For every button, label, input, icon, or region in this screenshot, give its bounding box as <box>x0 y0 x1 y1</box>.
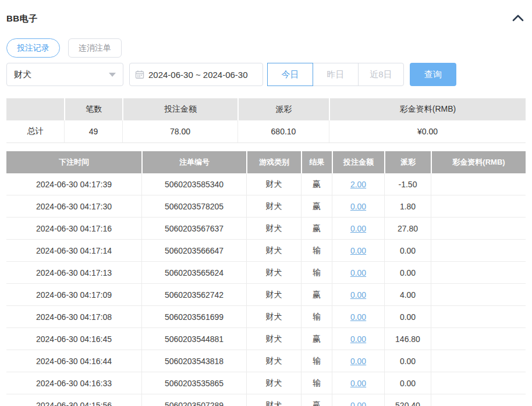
quick-range-button[interactable]: 昨日 <box>313 63 359 86</box>
game-type-cell: 财犬 <box>246 262 301 284</box>
bet-time-cell: 2024-06-30 04:17:16 <box>6 218 141 240</box>
payout-cell: 0.00 <box>384 306 431 328</box>
summary-table: 笔数投注金额派彩彩金资料(RMB) 总计 49 78.00 680.10 ¥0.… <box>6 98 526 143</box>
calendar-icon <box>135 70 144 79</box>
filter-toolbar: 财犬 2024-06-30 ~ 2024-06-30 今日 昨日 近8日 查询 <box>6 63 526 86</box>
payout-cell: 0.00 <box>384 262 431 284</box>
bonus-cell <box>431 262 526 284</box>
order-no-cell: 5060203565624 <box>141 262 246 284</box>
bet-time-cell: 2024-06-30 04:17:13 <box>6 262 141 284</box>
result-cell: 赢 <box>301 218 332 240</box>
bet-time-cell: 2024-06-30 04:17:08 <box>6 306 141 328</box>
bet-amount-link[interactable]: 0.00 <box>350 268 366 277</box>
game-type-cell: 财犬 <box>246 372 301 394</box>
bet-amount-link[interactable]: 0.00 <box>350 202 366 211</box>
table-row: 2024-06-30 04:16:44 5060203543818 财犬 输 0… <box>6 350 526 372</box>
table-row: 2024-06-30 04:17:14 5060203566647 财犬 输 0… <box>6 240 526 262</box>
payout-cell: 146.80 <box>384 328 431 350</box>
bet-time-cell: 2024-06-30 04:16:33 <box>6 372 141 394</box>
chevron-down-icon <box>109 73 116 77</box>
records-header-cell: 结果 <box>301 151 332 173</box>
result-cell: 输 <box>301 372 332 394</box>
game-select-value: 财犬 <box>14 69 31 80</box>
quick-range-button[interactable]: 近8日 <box>358 63 404 86</box>
bet-amount-cell: 0.00 <box>332 284 384 306</box>
payout-cell: 27.80 <box>384 218 431 240</box>
panel-header: BB电子 <box>6 13 526 24</box>
date-range-value: 2024-06-30 ~ 2024-06-30 <box>148 70 248 80</box>
game-type-cell: 财犬 <box>246 195 301 218</box>
table-row: 2024-06-30 04:17:39 5060203585340 财犬 赢 2… <box>6 173 526 195</box>
result-cell: 赢 <box>301 173 332 195</box>
result-cell: 输 <box>301 240 332 262</box>
bet-time-cell: 2024-06-30 04:16:45 <box>6 328 141 350</box>
bonus-cell <box>431 328 526 350</box>
bet-amount-cell: 2.00 <box>332 173 384 195</box>
summary-total-row: 总计 49 78.00 680.10 ¥0.00 <box>6 120 526 143</box>
summary-payout: 680.10 <box>237 120 329 143</box>
bet-amount-link[interactable]: 0.00 <box>350 290 366 300</box>
result-cell: 赢 <box>301 195 332 218</box>
records-header-cell: 彩金资料(RMB) <box>431 151 526 173</box>
page-title: BB电子 <box>6 13 38 24</box>
quick-range-button[interactable]: 今日 <box>267 63 313 86</box>
summary-header-cell: 投注金额 <box>122 98 237 120</box>
table-row: 2024-06-30 04:16:33 5060203535865 财犬 输 0… <box>6 372 526 394</box>
date-range-input[interactable]: 2024-06-30 ~ 2024-06-30 <box>129 63 263 86</box>
bonus-cell <box>431 306 526 328</box>
bet-amount-cell: 0.00 <box>332 195 384 218</box>
game-select[interactable]: 财犬 <box>6 63 123 86</box>
summary-bonus: ¥0.00 <box>329 120 526 143</box>
bet-amount-link[interactable]: 0.00 <box>350 379 366 388</box>
records-header-row: 下注时间注单编号游戏类别结果投注金额派彩彩金资料(RMB) <box>6 151 526 173</box>
tab-button[interactable]: 连消注单 <box>68 38 122 58</box>
bet-amount-link[interactable]: 2.00 <box>350 180 366 189</box>
bet-amount-cell: 0.00 <box>332 394 384 406</box>
collapse-button[interactable] <box>510 13 526 24</box>
result-cell: 输 <box>301 262 332 284</box>
payout-cell: 0.00 <box>384 350 431 372</box>
chevron-up-icon <box>512 14 524 24</box>
bonus-cell <box>431 284 526 306</box>
records-header-cell: 投注金额 <box>332 151 384 173</box>
bet-amount-cell: 0.00 <box>332 328 384 350</box>
game-type-cell: 财犬 <box>246 173 301 195</box>
bet-time-cell: 2024-06-30 04:17:30 <box>6 195 141 218</box>
bet-amount-link[interactable]: 0.00 <box>350 357 366 366</box>
records-header-cell: 注单编号 <box>141 151 246 173</box>
query-button[interactable]: 查询 <box>410 63 456 86</box>
table-row: 2024-06-30 04:16:45 5060203544881 财犬 赢 0… <box>6 328 526 350</box>
bet-amount-link[interactable]: 0.00 <box>350 334 366 344</box>
records-table: 下注时间注单编号游戏类别结果投注金额派彩彩金资料(RMB) 2024-06-30… <box>6 151 526 406</box>
summary-bet-amount: 78.00 <box>122 120 237 143</box>
result-cell: 赢 <box>301 394 332 406</box>
game-type-cell: 财犬 <box>246 306 301 328</box>
records-header-cell: 下注时间 <box>6 151 141 173</box>
game-type-cell: 财犬 <box>246 350 301 372</box>
payout-cell: 4.00 <box>384 284 431 306</box>
result-cell: 赢 <box>301 284 332 306</box>
bonus-cell <box>431 394 526 406</box>
summary-header-row: 笔数投注金额派彩彩金资料(RMB) <box>6 98 526 120</box>
bet-time-cell: 2024-06-30 04:17:09 <box>6 284 141 306</box>
table-row: 2024-06-30 04:17:09 5060203562742 财犬 赢 0… <box>6 284 526 306</box>
payout-cell: -1.50 <box>384 173 431 195</box>
bet-amount-link[interactable]: 0.00 <box>350 401 366 406</box>
order-no-cell: 5060203543818 <box>141 350 246 372</box>
order-no-cell: 5060203578205 <box>141 195 246 218</box>
payout-cell: 1.80 <box>384 195 431 218</box>
table-row: 2024-06-30 04:15:56 5060203507289 财犬 赢 0… <box>6 394 526 406</box>
order-no-cell: 5060203561699 <box>141 306 246 328</box>
game-type-cell: 财犬 <box>246 218 301 240</box>
bet-amount-link[interactable]: 0.00 <box>350 224 366 233</box>
order-no-cell: 5060203567637 <box>141 218 246 240</box>
bet-amount-link[interactable]: 0.00 <box>350 312 366 322</box>
bet-time-cell: 2024-06-30 04:17:14 <box>6 240 141 262</box>
result-cell: 输 <box>301 306 332 328</box>
result-cell: 输 <box>301 350 332 372</box>
bet-amount-cell: 0.00 <box>332 306 384 328</box>
bet-amount-link[interactable]: 0.00 <box>350 246 366 255</box>
records-header-cell: 游戏类别 <box>246 151 301 173</box>
tab-button[interactable]: 投注记录 <box>6 38 60 58</box>
payout-cell: 520.40 <box>384 394 431 406</box>
